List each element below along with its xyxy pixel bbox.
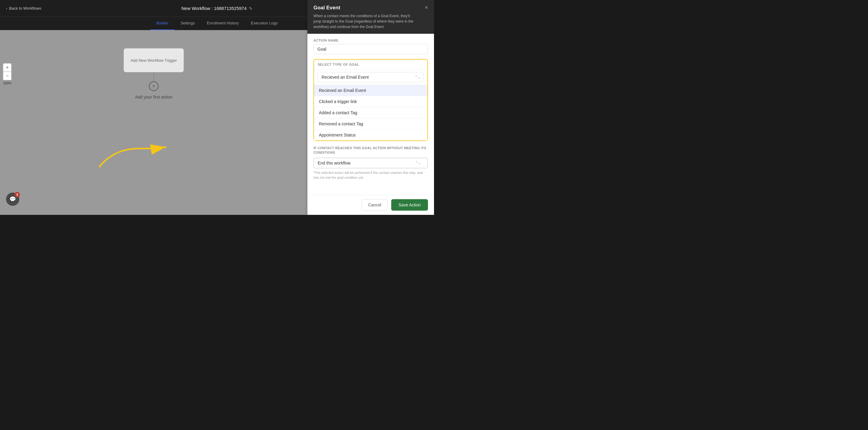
add-trigger-box[interactable]: Add New Workflow Trigger: [124, 48, 184, 72]
connector-line: [153, 72, 154, 81]
action-name-input[interactable]: [313, 44, 428, 54]
option-item-appointment[interactable]: Appointment Status: [314, 129, 427, 141]
option-item-trigger-link[interactable]: Clicked a trigger link: [314, 96, 427, 107]
back-arrow-icon: ‹: [6, 6, 7, 10]
condition-dropdown-wrapper: End this workflow ⌃⌄: [313, 158, 428, 168]
panel-close-button[interactable]: ×: [425, 5, 428, 10]
trigger-label: Add New Workflow Trigger: [130, 58, 177, 63]
option-label-trigger-link: Clicked a trigger link: [319, 99, 357, 104]
back-label: Back to Workflows: [9, 6, 41, 10]
option-item-email-event[interactable]: Recieved an Email Event: [314, 85, 427, 96]
zoom-in-button[interactable]: +: [3, 63, 11, 72]
tab-builder[interactable]: Builder: [150, 17, 175, 30]
goal-type-options-list: Recieved an Email Event Clicked a trigge…: [314, 85, 427, 141]
zoom-controls: + − 100%: [3, 63, 11, 85]
chat-icon: 💬: [9, 196, 16, 203]
workflow-canvas: + − 100% Add New Workflow Trigger + Add …: [0, 30, 307, 215]
chat-widget[interactable]: 💬 9: [6, 192, 19, 206]
zoom-label: 100%: [3, 81, 11, 85]
panel-body: ACTION NAME SELECT TYPE OF GOAL Recieved…: [307, 34, 434, 195]
tab-enrollment[interactable]: Enrollment History: [201, 17, 245, 30]
option-label-contact-tag: Added a contact Tag: [319, 110, 357, 115]
condition-hint: *The selected action will be performed i…: [313, 170, 428, 180]
first-action-label: Add your first action: [135, 95, 173, 99]
condition-section: IF CONTACT REACHES THIS GOAL ACTION WITH…: [313, 146, 428, 180]
chat-count: 9: [16, 193, 18, 196]
tab-execution[interactable]: Execution Logs: [245, 17, 284, 30]
workflow-title: New Workflow : 1688713525974: [181, 6, 247, 11]
condition-select[interactable]: End this workflow: [314, 158, 428, 168]
panel-header: Goal Event When a contact meets the cond…: [307, 0, 434, 34]
tab-settings[interactable]: Settings: [175, 17, 201, 30]
select-type-label: SELECT TYPE OF GOAL: [314, 60, 427, 70]
goal-type-section: SELECT TYPE OF GOAL Recieved an Email Ev…: [313, 59, 428, 141]
zoom-out-button[interactable]: −: [3, 72, 11, 80]
goal-type-dropdown-wrapper: Recieved an Email Event Clicked a trigge…: [314, 70, 427, 85]
header-title: New Workflow : 1688713525974 ✎: [181, 6, 253, 11]
arrow-annotation: [90, 124, 175, 173]
save-action-button[interactable]: Save Action: [391, 199, 428, 211]
panel-title: Goal Event: [313, 5, 416, 11]
option-item-remove-tag[interactable]: Removed a contact Tag: [314, 118, 427, 129]
goal-type-select[interactable]: Recieved an Email Event Clicked a trigge…: [318, 72, 424, 82]
option-label-remove-tag: Removed a contact Tag: [319, 121, 363, 126]
chat-badge: 9: [14, 192, 20, 197]
panel-description: When a contact meets the conditions of a…: [313, 13, 416, 30]
cancel-button[interactable]: Cancel: [362, 199, 388, 211]
back-button[interactable]: ‹ Back to Workflows: [6, 6, 41, 10]
option-label-appointment: Appointment Status: [319, 132, 355, 137]
option-item-contact-tag[interactable]: Added a contact Tag: [314, 107, 427, 118]
panel-footer: Cancel Save Action: [307, 195, 434, 215]
option-label-email-event: Recieved an Email Event: [319, 88, 366, 93]
condition-label: IF CONTACT REACHES THIS GOAL ACTION WITH…: [313, 146, 428, 155]
plus-icon: +: [152, 84, 155, 89]
panel-header-content: Goal Event When a contact meets the cond…: [313, 5, 416, 30]
add-action-button[interactable]: +: [149, 81, 158, 91]
right-panel: Goal Event When a contact meets the cond…: [307, 0, 434, 215]
action-name-label: ACTION NAME: [313, 38, 428, 42]
edit-icon[interactable]: ✎: [249, 6, 253, 11]
